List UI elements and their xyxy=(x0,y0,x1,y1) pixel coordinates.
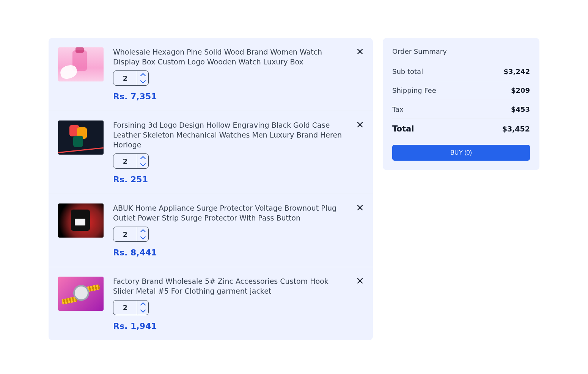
quantity-value: 2 xyxy=(113,154,137,168)
product-name: Forsining 3d Logo Design Hollow Engravin… xyxy=(113,120,347,150)
quantity-down-button[interactable] xyxy=(137,308,148,315)
cart-list: Wholesale Hexagon Pine Solid Wood Brand … xyxy=(49,38,373,340)
summary-value: $3,242 xyxy=(504,67,530,75)
summary-row-subtotal: Sub total $3,242 xyxy=(392,62,530,81)
product-price: Rs. 7,351 xyxy=(113,92,347,101)
quantity-stepper: 2 xyxy=(113,300,149,315)
quantity-stepper: 2 xyxy=(113,153,149,169)
close-icon xyxy=(357,204,363,211)
cart-item: Wholesale Hexagon Pine Solid Wood Brand … xyxy=(49,38,373,111)
summary-value: $3,452 xyxy=(502,125,530,133)
order-summary: Order Summary Sub total $3,242 Shipping … xyxy=(383,38,539,170)
summary-value: $453 xyxy=(511,105,530,113)
quantity-value: 2 xyxy=(113,300,137,315)
chevron-down-icon xyxy=(140,80,146,83)
product-thumbnail xyxy=(58,203,104,238)
quantity-value: 2 xyxy=(113,71,137,85)
product-price: Rs. 251 xyxy=(113,175,347,184)
quantity-stepper: 2 xyxy=(113,227,149,242)
product-thumbnail xyxy=(58,277,104,311)
chevron-up-icon xyxy=(140,302,146,305)
summary-label: Tax xyxy=(392,105,404,113)
quantity-stepper: 2 xyxy=(113,70,149,86)
quantity-up-button[interactable] xyxy=(137,227,148,234)
chevron-down-icon xyxy=(140,163,146,166)
quantity-down-button[interactable] xyxy=(137,234,148,241)
buy-button[interactable]: BUY (0) xyxy=(392,145,530,161)
summary-value: $209 xyxy=(511,86,530,94)
summary-row-total: Total $3,452 xyxy=(392,119,530,145)
quantity-up-button[interactable] xyxy=(137,71,148,78)
remove-item-button[interactable] xyxy=(357,277,363,285)
cart-item: Factory Brand Wholesale 5# Zinc Accessor… xyxy=(49,267,373,340)
order-summary-title: Order Summary xyxy=(392,47,530,55)
close-icon xyxy=(357,121,363,128)
cart-item: Forsining 3d Logo Design Hollow Engravin… xyxy=(49,111,373,194)
summary-label: Shipping Fee xyxy=(392,86,436,94)
chevron-up-icon xyxy=(140,156,146,159)
product-price: Rs. 8,441 xyxy=(113,248,347,257)
quantity-up-button[interactable] xyxy=(137,154,148,161)
chevron-down-icon xyxy=(140,310,146,313)
summary-label: Sub total xyxy=(392,67,423,75)
summary-row-tax: Tax $453 xyxy=(392,100,530,119)
summary-row-shipping: Shipping Fee $209 xyxy=(392,81,530,100)
remove-item-button[interactable] xyxy=(357,48,363,56)
quantity-up-button[interactable] xyxy=(137,300,148,308)
remove-item-button[interactable] xyxy=(357,204,363,212)
product-thumbnail xyxy=(58,47,104,81)
product-thumbnail xyxy=(58,120,104,155)
chevron-up-icon xyxy=(140,73,146,76)
product-name: ABUK Home Appliance Surge Protector Volt… xyxy=(113,203,347,223)
remove-item-button[interactable] xyxy=(357,121,363,129)
product-name: Wholesale Hexagon Pine Solid Wood Brand … xyxy=(113,47,347,67)
summary-label: Total xyxy=(392,124,414,133)
quantity-down-button[interactable] xyxy=(137,78,148,85)
quantity-value: 2 xyxy=(113,227,137,241)
product-name: Factory Brand Wholesale 5# Zinc Accessor… xyxy=(113,277,347,296)
close-icon xyxy=(357,48,363,55)
cart-item: ABUK Home Appliance Surge Protector Volt… xyxy=(49,194,373,267)
quantity-down-button[interactable] xyxy=(137,161,148,168)
close-icon xyxy=(357,277,363,284)
chevron-up-icon xyxy=(140,229,146,232)
product-price: Rs. 1,941 xyxy=(113,321,347,331)
chevron-down-icon xyxy=(140,236,146,239)
